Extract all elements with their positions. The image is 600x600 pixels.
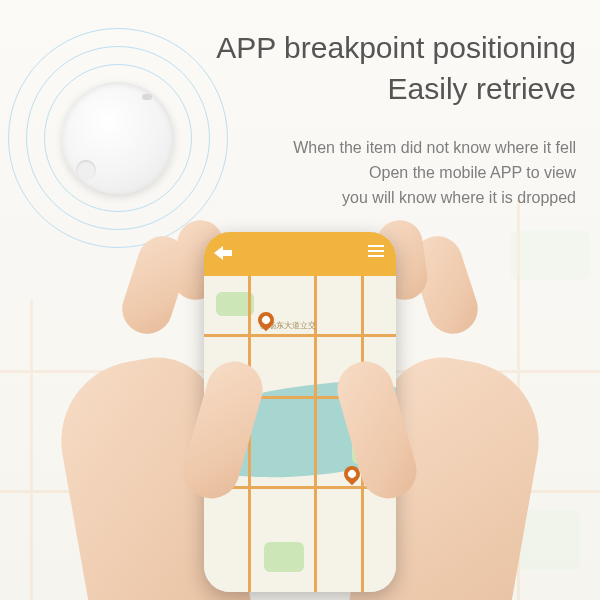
- hand-holding-phone: 机场东大道立交: [80, 220, 520, 600]
- map-view[interactable]: 机场东大道立交: [204, 276, 396, 592]
- headline-block: APP breakpoint positioning Easily retrie…: [216, 28, 576, 109]
- headline-line-1: APP breakpoint positioning: [216, 28, 576, 69]
- tracker-device: [62, 82, 174, 194]
- app-header: [204, 232, 396, 276]
- menu-icon[interactable]: [368, 250, 384, 252]
- smartphone: 机场东大道立交: [204, 232, 396, 592]
- device-button-icon: [76, 160, 96, 180]
- headline-line-2: Easily retrieve: [216, 69, 576, 110]
- speaker-slot-icon: [142, 94, 152, 100]
- subtext-line-1: When the item did not know where it fell: [293, 136, 576, 161]
- subtext-line-3: you will know where it is dropped: [293, 186, 576, 211]
- tracker-with-signal-rings: [8, 28, 228, 248]
- subtext-line-2: Open the mobile APP to view: [293, 161, 576, 186]
- subtext-block: When the item did not know where it fell…: [293, 136, 576, 210]
